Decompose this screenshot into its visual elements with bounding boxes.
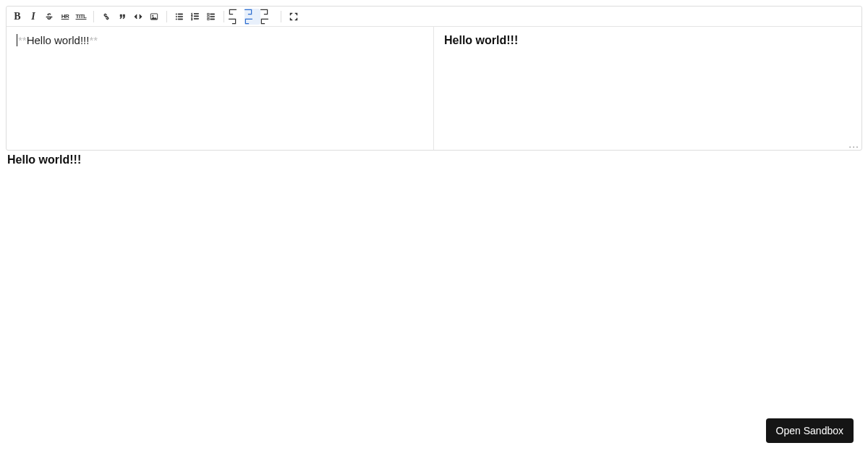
ol-button[interactable]: 123 bbox=[187, 9, 203, 25]
svg-rect-19 bbox=[210, 18, 215, 19]
bold-icon: B bbox=[14, 11, 20, 22]
fullscreen-icon bbox=[289, 12, 299, 22]
italic-button[interactable]: I bbox=[25, 9, 41, 25]
svg-text:3: 3 bbox=[191, 17, 192, 20]
ol-icon: 123 bbox=[190, 12, 200, 22]
svg-rect-5 bbox=[178, 13, 182, 14]
split-mode-icon: ⫎ ⫍ bbox=[244, 7, 260, 26]
ul-button[interactable] bbox=[171, 9, 187, 25]
hr-icon: HR bbox=[61, 13, 69, 20]
svg-rect-13 bbox=[194, 18, 198, 19]
checklist-icon bbox=[206, 12, 216, 22]
svg-rect-15 bbox=[208, 15, 209, 17]
link-icon bbox=[101, 12, 111, 22]
md-suffix-marks: ** bbox=[89, 34, 98, 46]
svg-rect-18 bbox=[210, 16, 215, 17]
markdown-editor: B I HR TITL bbox=[6, 6, 862, 151]
text-cursor bbox=[17, 34, 17, 46]
markdown-source-pane[interactable]: **Hello world!!!** bbox=[7, 27, 434, 150]
svg-point-3 bbox=[176, 16, 177, 17]
bold-button[interactable]: B bbox=[9, 9, 25, 25]
svg-rect-6 bbox=[178, 16, 182, 17]
ul-icon bbox=[174, 12, 184, 22]
checklist-button[interactable] bbox=[203, 9, 219, 25]
separator bbox=[93, 11, 94, 22]
separator bbox=[166, 11, 167, 22]
rendered-output: Hello world!!! bbox=[6, 151, 862, 169]
image-button[interactable] bbox=[146, 9, 162, 25]
fullscreen-button[interactable] bbox=[286, 9, 302, 25]
edit-mode-icon: ⫍ ⫎ bbox=[229, 7, 244, 26]
md-text: Hello world!!! bbox=[27, 34, 90, 46]
svg-rect-11 bbox=[194, 13, 198, 14]
image-icon bbox=[149, 12, 159, 22]
svg-point-1 bbox=[152, 15, 153, 17]
svg-rect-12 bbox=[194, 15, 198, 16]
separator bbox=[281, 11, 281, 22]
preview-text: Hello world!!! bbox=[444, 34, 518, 46]
quote-button[interactable] bbox=[114, 9, 130, 25]
strike-icon bbox=[44, 12, 54, 22]
preview-mode-button[interactable]: ⫎ ⫍ bbox=[260, 9, 276, 25]
svg-rect-7 bbox=[178, 18, 182, 19]
preview-mode-icon: ⫎ ⫍ bbox=[260, 7, 276, 26]
md-prefix-marks: ** bbox=[18, 34, 27, 46]
svg-rect-14 bbox=[208, 13, 209, 14]
title-icon: TITL bbox=[76, 13, 87, 20]
code-button[interactable] bbox=[130, 9, 146, 25]
svg-rect-16 bbox=[208, 18, 209, 20]
hr-button[interactable]: HR bbox=[57, 9, 73, 25]
title-button[interactable]: TITL bbox=[73, 9, 89, 25]
link-button[interactable] bbox=[98, 9, 114, 25]
separator bbox=[224, 11, 224, 22]
toolbar: B I HR TITL bbox=[7, 7, 861, 27]
svg-point-4 bbox=[176, 18, 177, 20]
quote-icon bbox=[117, 12, 127, 22]
svg-rect-17 bbox=[210, 13, 215, 14]
code-icon bbox=[133, 12, 143, 22]
edit-mode-button[interactable]: ⫍ ⫎ bbox=[229, 9, 244, 25]
preview-pane: Hello world!!! bbox=[434, 27, 861, 150]
strike-button[interactable] bbox=[41, 9, 57, 25]
split-mode-button[interactable]: ⫎ ⫍ bbox=[244, 9, 260, 25]
editor-panes: **Hello world!!!** Hello world!!! ··· bbox=[7, 27, 861, 150]
svg-point-2 bbox=[176, 13, 177, 14]
open-sandbox-button[interactable]: Open Sandbox bbox=[766, 418, 854, 443]
italic-icon: I bbox=[31, 11, 35, 22]
resize-handle[interactable]: ··· bbox=[848, 143, 859, 149]
